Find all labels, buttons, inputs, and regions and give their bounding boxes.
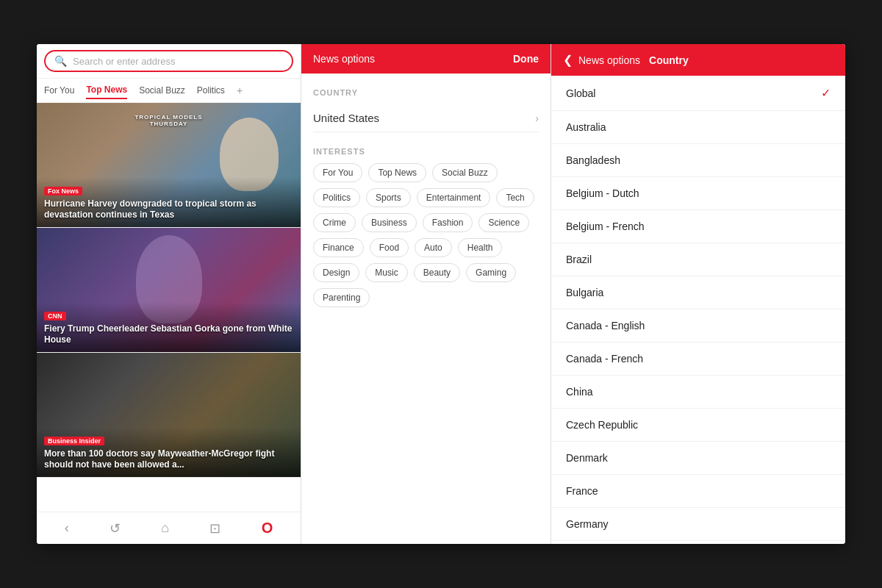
interest-chip[interactable]: Music (365, 263, 407, 282)
interest-chip[interactable]: Business (362, 213, 417, 232)
options-content: COUNTRY United States › INTERESTS For Yo… (301, 74, 551, 544)
country-list-item-name: Australia (566, 121, 606, 133)
refresh-nav-icon[interactable]: ↺ (110, 520, 121, 537)
opera-nav-icon[interactable]: O (262, 520, 273, 537)
country-list-item-name: China (566, 386, 593, 398)
interest-chip[interactable]: Fashion (423, 213, 473, 232)
news-feed: TROPICAL MODELSTHURSDAY Fox News Hurrica… (37, 103, 301, 512)
interest-chip[interactable]: Auto (415, 238, 452, 257)
country-panel-nav-title: News options (578, 54, 640, 66)
panel-browser: 🔍 Search or enter address For You Top Ne… (37, 44, 301, 544)
country-list-item[interactable]: Australia (551, 111, 845, 144)
country-list-item-name: Bangladesh (566, 154, 620, 166)
interest-chip[interactable]: Politics (313, 188, 360, 207)
country-list-item-name: Bulgaria (566, 287, 603, 298)
tab-social-buzz[interactable]: Social Buzz (139, 85, 185, 98)
country-list-item[interactable]: Germany (551, 508, 845, 541)
panel-options: News options Done COUNTRY United States … (301, 44, 551, 544)
country-list-item-name: Czech Republic (566, 419, 638, 431)
search-placeholder: Search or enter address (73, 56, 175, 67)
browser-header: 🔍 Search or enter address (37, 44, 301, 79)
country-list: Global✓AustraliaBangladeshBelgium - Dutc… (551, 76, 845, 544)
country-list-item[interactable]: Global✓ (551, 76, 845, 111)
tab-top-news[interactable]: Top News (86, 85, 127, 99)
country-list-item-name: Belgium - French (566, 220, 645, 232)
country-list-item[interactable]: Bulgaria (551, 276, 845, 309)
country-list-item-name: Global (566, 87, 595, 99)
news-headline-1: Hurricane Harvey downgraded to tropical … (44, 198, 293, 221)
interest-chip[interactable]: Gaming (466, 263, 516, 282)
country-list-item-name: Denmark (566, 452, 608, 464)
interest-chip[interactable]: Finance (313, 238, 364, 257)
interest-chip[interactable]: Beauty (414, 263, 460, 282)
news-headline-2: Fiery Trump Cheerleader Sebastian Gorka … (44, 323, 293, 346)
interests-section-label: INTERESTS (313, 147, 539, 156)
country-list-item-name: Canada - French (566, 353, 643, 365)
country-list-item[interactable]: Belgium - Dutch (551, 177, 845, 210)
tab-for-you[interactable]: For You (44, 85, 74, 98)
interest-chip[interactable]: Tech (496, 188, 534, 207)
country-list-item[interactable]: France (551, 475, 845, 508)
home-nav-icon[interactable]: ⌂ (161, 520, 169, 536)
country-selected-checkmark: ✓ (821, 86, 831, 100)
card1-weather-label: TROPICAL MODELSTHURSDAY (135, 114, 202, 127)
country-arrow-icon: › (535, 112, 539, 124)
country-list-item-name: Belgium - Dutch (566, 187, 639, 199)
interest-chip[interactable]: Crime (313, 213, 356, 232)
news-overlay-3: Business Insider More than 100 doctors s… (37, 427, 301, 477)
country-panel-section-title: Country (649, 54, 689, 66)
interest-chip[interactable]: Social Buzz (432, 163, 498, 182)
source-badge-1: Fox News (44, 187, 82, 196)
news-card-3[interactable]: Business Insider More than 100 doctors s… (37, 353, 301, 478)
news-overlay-2: CNN Fiery Trump Cheerleader Sebastian Go… (37, 302, 301, 352)
country-row[interactable]: United States › (313, 104, 539, 132)
news-overlay-1: Fox News Hurricane Harvey downgraded to … (37, 177, 301, 227)
country-list-item[interactable]: Canada - French (551, 343, 845, 376)
news-options-header: News options Done (301, 44, 551, 74)
country-list-item[interactable]: Belgium - French (551, 210, 845, 243)
interest-chip[interactable]: Parenting (313, 288, 370, 307)
tab-politics[interactable]: Politics (197, 85, 225, 98)
search-bar[interactable]: 🔍 Search or enter address (44, 50, 293, 72)
source-badge-2: CNN (44, 312, 66, 320)
interest-chip[interactable]: For You (313, 163, 362, 182)
panel-country: ❮ News options Country Global✓AustraliaB… (551, 44, 845, 544)
country-section-label: COUNTRY (313, 88, 539, 97)
interest-chip[interactable]: Food (370, 238, 409, 257)
interest-chip[interactable]: Top News (368, 163, 426, 182)
browser-container: 🔍 Search or enter address For You Top Ne… (37, 44, 845, 544)
selected-country-name: United States (313, 112, 379, 124)
country-list-item[interactable]: China (551, 376, 845, 409)
interest-chip[interactable]: Design (313, 263, 359, 282)
interest-chip[interactable]: Sports (366, 188, 411, 207)
country-list-item[interactable]: Canada - English (551, 309, 845, 343)
news-options-done-button[interactable]: Done (513, 53, 539, 65)
news-headline-3: More than 100 doctors say Mayweather-McG… (44, 448, 293, 471)
tabs-nav-icon[interactable]: ⊡ (209, 520, 220, 537)
country-list-item[interactable]: Denmark (551, 442, 845, 475)
back-arrow-icon[interactable]: ❮ (563, 53, 573, 67)
news-options-title: News options (313, 53, 375, 65)
country-list-item-name: France (566, 485, 598, 497)
country-list-item-name: Brazil (566, 254, 592, 265)
country-list-item[interactable]: Bangladesh (551, 144, 845, 177)
news-card-2[interactable]: CNN Fiery Trump Cheerleader Sebastian Go… (37, 228, 301, 353)
nav-tabs: For You Top News Social Buzz Politics + (37, 79, 301, 103)
country-list-item[interactable]: Czech Republic (551, 409, 845, 442)
country-panel-header: ❮ News options Country (551, 44, 845, 76)
interest-chip[interactable]: Entertainment (417, 188, 491, 207)
news-card-1[interactable]: TROPICAL MODELSTHURSDAY Fox News Hurrica… (37, 103, 301, 228)
back-nav-icon[interactable]: ‹ (65, 520, 69, 536)
country-list-item[interactable]: Gh... (551, 541, 845, 544)
source-badge-3: Business Insider (44, 437, 104, 445)
country-list-item-name: Germany (566, 518, 609, 530)
interest-chip[interactable]: Science (478, 213, 529, 232)
country-list-item[interactable]: Brazil (551, 243, 845, 276)
search-icon: 🔍 (54, 55, 67, 67)
tab-more[interactable]: + (237, 85, 243, 99)
interests-grid: For YouTop NewsSocial BuzzPoliticsSports… (313, 163, 539, 307)
browser-bottom-nav: ‹ ↺ ⌂ ⊡ O (37, 512, 301, 544)
country-list-item-name: Canada - English (566, 320, 645, 331)
interest-chip[interactable]: Health (458, 238, 503, 257)
